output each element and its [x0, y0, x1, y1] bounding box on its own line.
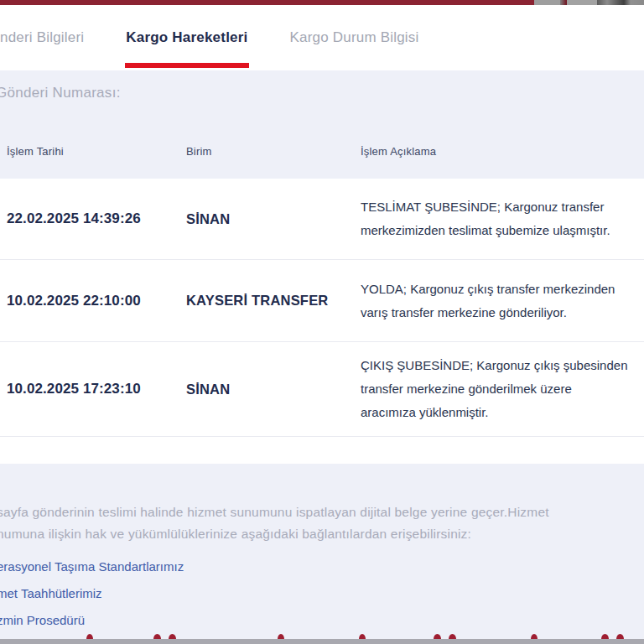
table-header-row: İşlem Tarihi Birim İşlem Açıklama — [0, 145, 644, 179]
cargo-tracking-page: nderi Bilgileri Kargo Hareketleri Kargo … — [0, 0, 644, 644]
shipment-info-band: Gönderi Numarası: İşlem Tarihi Birim İşl… — [0, 70, 644, 179]
tab-gonderi-bilgileri[interactable]: nderi Bilgileri — [0, 5, 84, 70]
cell-islem-tarihi: 22.02.2025 14:39:26 — [7, 210, 186, 227]
tab-kargo-hareketleri[interactable]: Kargo Hareketleri — [126, 5, 247, 70]
table-row: 10.02.2025 17:23:10 SİNAN ÇIKIŞ ŞUBESİND… — [0, 342, 644, 437]
active-tab-underline — [125, 63, 249, 68]
cell-islem-tarihi: 10.02.2025 17:23:10 — [7, 381, 186, 397]
tab-kargo-hareketleri-label: Kargo Hareketleri — [126, 29, 247, 46]
footer-section: sayfa gönderinin teslimi halinde hizmet … — [0, 464, 644, 644]
cell-islem-aciklama: ÇIKIŞ ŞUBESİNDE; Kargonuz çıkış şubesind… — [361, 354, 629, 424]
table-bottom-spacer — [0, 437, 644, 464]
table-row: 10.02.2025 22:10:00 KAYSERİ TRANSFER YOL… — [0, 260, 644, 342]
link-tasima-standartlarimiz[interactable]: erasyonel Taşıma Standartlarımız — [0, 559, 184, 574]
cell-birim: SİNAN — [186, 382, 361, 397]
link-taahhutlerimiz[interactable]: met Taahhütlerimiz — [0, 586, 102, 600]
column-header-islem-aciklama: İşlem Açıklama — [361, 145, 644, 158]
cell-islem-tarihi: 10.02.2025 22:10:00 — [7, 293, 186, 309]
column-header-islem-tarihi: İşlem Tarihi — [7, 145, 186, 158]
bottom-gray-bar — [0, 639, 644, 644]
disclaimer-line-1: sayfa gönderinin teslimi halinde hizmet … — [0, 501, 644, 523]
column-header-birim: Birim — [186, 145, 361, 158]
disclaimer-line-2: numuna ilişkin hak ve yükümlülüklerinize… — [0, 523, 644, 545]
cell-birim: KAYSERİ TRANSFER — [186, 293, 361, 309]
cell-islem-aciklama: YOLDA; Kargonuz çıkış transfer merkezind… — [361, 278, 629, 325]
table-row: 22.02.2025 14:39:26 SİNAN TESLİMAT ŞUBES… — [0, 179, 644, 260]
tab-bar: nderi Bilgileri Kargo Hareketleri Kargo … — [0, 5, 644, 70]
shipment-number-label: Gönderi Numarası: — [0, 85, 121, 101]
cell-birim: SİNAN — [186, 211, 361, 227]
cell-islem-aciklama: TESLİMAT ŞUBESİNDE; Kargonuz transfer me… — [361, 195, 629, 242]
link-tazmin-proseduru[interactable]: zmin Prosedürü — [0, 613, 85, 627]
tab-kargo-durum-bilgisi[interactable]: Kargo Durum Bilgisi — [289, 5, 418, 70]
footer-links: erasyonel Taşıma Standartlarımız met Taa… — [0, 559, 644, 627]
